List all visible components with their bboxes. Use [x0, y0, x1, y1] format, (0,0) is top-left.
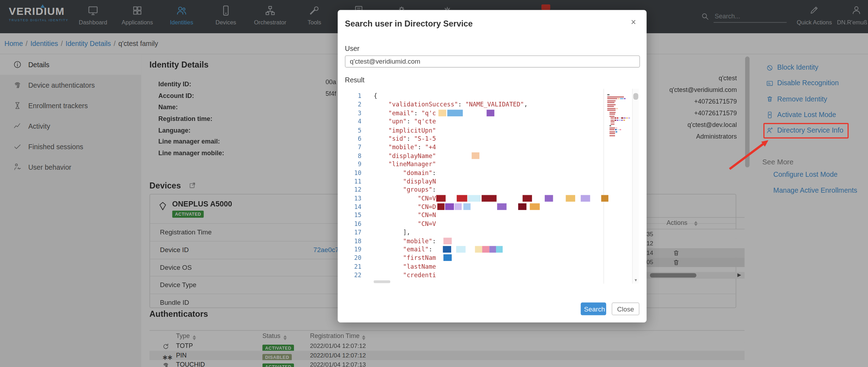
redaction-mark: [475, 246, 482, 253]
code-line: 19 "email":: [345, 245, 632, 254]
code-line: 2 "validationSuccess": "NAME_VALIDATED",: [345, 100, 632, 109]
code-line: 12 "groups":: [345, 186, 632, 194]
line-number: 3: [345, 109, 367, 117]
code-line: 21 "lastName: [345, 262, 632, 271]
redaction-mark: [497, 203, 507, 210]
redaction-mark: [506, 203, 518, 210]
code-line: 20 "firstNam: [345, 254, 632, 262]
modal-footer: Search Close: [581, 303, 639, 315]
redaction-mark: [566, 195, 575, 202]
code-line: 11 "displayN: [345, 177, 632, 186]
redaction-mark: [530, 203, 539, 210]
veridium-admin-app: VERIDIUM TRUSTED DIGITAL IDENTITY Dashbo…: [0, 0, 868, 367]
redaction-mark: [456, 195, 467, 202]
editor-scrollbar-thumb[interactable]: [633, 93, 638, 100]
redaction-mark: [443, 246, 451, 253]
redaction-mark: [462, 110, 486, 116]
scroll-down-icon[interactable]: ▼: [633, 277, 639, 284]
code-line: 16 "CN=V: [345, 220, 632, 228]
redaction-mark: [454, 203, 461, 210]
code-line: 22 "credenti: [345, 271, 632, 280]
line-number: 21: [345, 262, 367, 271]
redaction-mark: [451, 246, 456, 253]
result-label: Result: [345, 76, 365, 84]
modal-title: Search user in Directory Service: [345, 19, 473, 28]
redaction-mark: [432, 246, 443, 253]
user-search-field[interactable]: [345, 56, 640, 68]
close-icon[interactable]: ×: [627, 17, 639, 28]
redaction-mark: [580, 195, 590, 202]
code-line: 17 ],: [345, 228, 632, 237]
code-line: 18 "mobile":: [345, 237, 632, 245]
redaction-mark: [486, 110, 494, 116]
redaction-mark: [447, 110, 463, 116]
redaction-mark: [532, 195, 544, 202]
redaction-mark: [437, 203, 444, 210]
redaction-mark: [544, 195, 553, 202]
line-number: 10: [345, 169, 367, 177]
line-number: 15: [345, 211, 367, 220]
line-number: 17: [345, 228, 367, 237]
redaction-mark: [445, 203, 454, 210]
code-line: 15 "CN=N: [345, 211, 632, 220]
redaction-mark: [496, 195, 522, 202]
redaction-mark: [518, 203, 526, 210]
line-number: 18: [345, 237, 367, 245]
redaction-mark: [436, 195, 445, 202]
line-number: 9: [345, 160, 367, 169]
code-line: 1{: [345, 92, 632, 100]
annotation-arrow: [720, 136, 775, 175]
line-number: 19: [345, 245, 367, 254]
annotation-highlight-box: [763, 123, 849, 139]
redaction-mark: [522, 195, 532, 202]
line-number: 4: [345, 117, 367, 126]
search-button[interactable]: Search: [581, 303, 606, 315]
line-number: 20: [345, 254, 367, 262]
line-number: 8: [345, 152, 367, 160]
redaction-mark: [526, 203, 530, 210]
redaction-mark: [468, 195, 480, 202]
code-line: 7 "mobile": "+4: [345, 143, 632, 152]
redaction-mark: [443, 255, 452, 261]
redaction-mark: [436, 152, 471, 159]
redaction-mark: [466, 246, 475, 253]
line-number: 7: [345, 143, 367, 152]
screen: VERIDIUM TRUSTED DIGITAL IDENTITY Dashbo…: [0, 0, 868, 367]
redaction-mark: [590, 195, 601, 202]
redaction-mark: [482, 246, 489, 253]
close-button[interactable]: Close: [612, 303, 639, 315]
redaction-mark: [470, 203, 497, 210]
code-line: 6 "sid": "S-1-5: [345, 135, 632, 143]
redaction-mark: [489, 246, 496, 253]
redaction-mark: [601, 195, 608, 202]
line-number: 14: [345, 203, 367, 211]
line-number: 12: [345, 186, 367, 194]
directory-search-modal: Search user in Directory Service × User …: [338, 10, 646, 322]
redaction-mark: [496, 246, 503, 253]
editor-scrollbar[interactable]: ▼: [632, 89, 639, 284]
code-line: 5 "implicitUpn": [345, 126, 632, 135]
redaction-mark: [443, 238, 452, 244]
redaction-mark: [575, 195, 581, 202]
code-line: 9 "lineManager": [345, 160, 632, 169]
json-result-editor[interactable]: 1{2 "validationSuccess": "NAME_VALIDATED…: [345, 89, 639, 284]
code-line: 4 "upn": "q'cte: [345, 117, 632, 126]
editor-code-lines: 1{2 "validationSuccess": "NAME_VALIDATED…: [345, 92, 632, 280]
line-number: 16: [345, 220, 367, 228]
editor-minimap: [607, 94, 631, 137]
code-line: 10 "domain":: [345, 169, 632, 177]
redaction-mark: [471, 152, 479, 159]
redaction-mark: [553, 195, 566, 202]
redaction-mark: [463, 203, 470, 210]
user-field-label: User: [345, 45, 359, 53]
code-line: 3 "email": "q'c: [345, 109, 632, 117]
redaction-mark: [436, 238, 443, 244]
code-line: 8 "displayName": [345, 152, 632, 160]
line-number: 5: [345, 126, 367, 135]
redaction-mark: [482, 195, 496, 202]
line-number: 6: [345, 135, 367, 143]
line-number: 13: [345, 194, 367, 203]
redaction-mark: [436, 255, 443, 261]
editor-hscroll-thumb[interactable]: [374, 280, 390, 283]
line-number: 22: [345, 271, 367, 280]
